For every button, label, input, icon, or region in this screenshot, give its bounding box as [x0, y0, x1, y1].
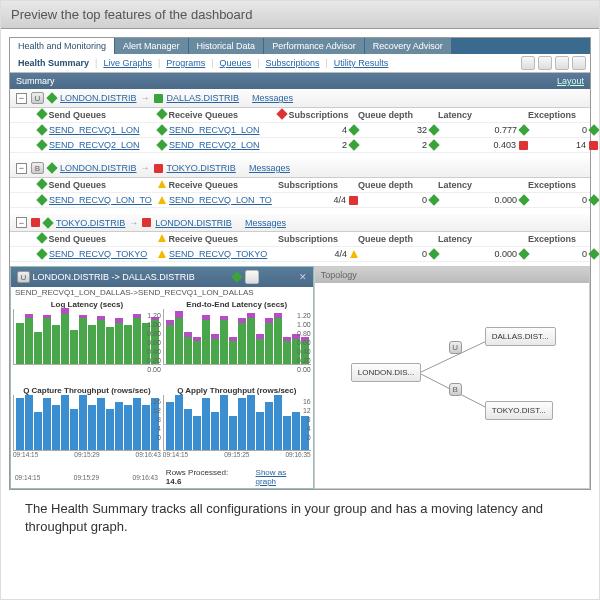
group-header[interactable]: − U LONDON.DISTRIB → DALLAS.DISTRIB Mess… [10, 89, 590, 108]
exc-value: 0 [582, 195, 587, 205]
recv-queue-link[interactable]: SEND_RECVQ_LON_TO [169, 195, 272, 205]
group-source-link[interactable]: TOKYO.DISTRIB [56, 218, 125, 228]
chart-title: End-to-End Latency (secs) [163, 300, 311, 309]
tab-recovery-advisor[interactable]: Recovery Advisor [365, 38, 452, 54]
status-square-icon [154, 164, 163, 173]
collapse-icon[interactable]: − [16, 163, 27, 174]
send-queue-link[interactable]: SEND_RECVQ_TOKYO [49, 249, 147, 259]
collapse-icon[interactable]: − [16, 93, 27, 104]
subtab-live-graphs[interactable]: Live Graphs [99, 58, 156, 68]
subs-value: 2 [342, 140, 347, 150]
topology-panel: Topology LONDON.DIS... DALLAS.DIST... TO… [314, 266, 590, 489]
chart: End-to-End Latency (secs) 1.201.000.800.… [163, 300, 311, 384]
table-row: SEND_RECVQ_TOKYO SEND_RECVQ_TOKYO 4/4 0 … [10, 247, 590, 262]
topology-node-london[interactable]: LONDON.DIS... [351, 363, 421, 382]
group-header[interactable]: − TOKYO.DISTRIB → LONDON.DISTRIB Message… [10, 214, 590, 232]
latency-value: 0.777 [494, 125, 517, 135]
main-tabs: Health and Monitoring Alert Manager Hist… [10, 38, 590, 54]
chart-tool-icon[interactable] [245, 270, 259, 284]
depth-value: 0 [422, 249, 427, 259]
group-dest-link[interactable]: LONDON.DISTRIB [155, 218, 232, 228]
status-icon [42, 217, 53, 228]
send-queue-link[interactable]: SEND_RECVQ_LON_TO [49, 195, 152, 205]
status-icon [276, 108, 287, 119]
subs-value: 4/4 [334, 249, 347, 259]
group-source-link[interactable]: LONDON.DISTRIB [60, 93, 137, 103]
latency-value: 0.403 [493, 140, 516, 150]
messages-link[interactable]: Messages [249, 163, 290, 173]
topology-badge-u[interactable]: U [449, 341, 462, 354]
tab-performance-advisor[interactable]: Performance Advisor [264, 38, 365, 54]
send-queue-link[interactable]: SEND_RECVQ2_LON [49, 140, 140, 150]
tab-historical-data[interactable]: Historical Data [189, 38, 265, 54]
recv-queue-link[interactable]: SEND_RECVQ2_LON [169, 140, 260, 150]
exc-value: 0 [582, 125, 587, 135]
panel-badge: U [17, 271, 30, 283]
status-square-icon [31, 218, 40, 227]
tab-alert-manager[interactable]: Alert Manager [115, 38, 189, 54]
group-source-link[interactable]: LONDON.DISTRIB [60, 163, 137, 173]
arrow-icon: → [141, 163, 150, 173]
chart: Q Capture Throughput (rows/sec) 1612840 … [13, 386, 161, 462]
summary-header: Summary Layout [10, 73, 590, 89]
status-square-icon [142, 218, 151, 227]
status-icon [156, 108, 167, 119]
sub-tabs: Health Summary | Live Graphs | Programs … [10, 54, 590, 73]
messages-link[interactable]: Messages [245, 218, 286, 228]
chart-bars [163, 395, 311, 451]
chart-bars [163, 309, 311, 365]
arrow-icon: → [141, 93, 150, 103]
subtab-programs[interactable]: Programs [162, 58, 209, 68]
table-row: SEND_RECVQ2_LON SEND_RECVQ2_LON 2 2 0.40… [10, 138, 590, 153]
layout-link[interactable]: Layout [557, 76, 584, 86]
groups-container: − U LONDON.DISTRIB → DALLAS.DISTRIB Mess… [10, 89, 590, 262]
close-icon[interactable]: ✕ [296, 272, 307, 282]
columns-header: Send Queues Receive QueuesSubscriptionsQ… [10, 232, 590, 247]
topology-canvas[interactable]: LONDON.DIS... DALLAS.DIST... TOKYO.DIST.… [315, 283, 589, 488]
status-icon [231, 271, 242, 282]
warning-icon [158, 180, 166, 188]
depth-value: 32 [417, 125, 427, 135]
charts-panel: U LONDON.DISTRIB -> DALLAS.DISTRIB ✕ SEN… [10, 266, 314, 489]
caption: The Health Summary tracks all configurat… [9, 490, 591, 546]
latency-value: 0.000 [494, 249, 517, 259]
recv-queue-link[interactable]: SEND_RECVQ_TOKYO [169, 249, 267, 259]
depth-value: 0 [422, 195, 427, 205]
recv-queue-link[interactable]: SEND_RECVQ1_LON [169, 125, 260, 135]
collapse-icon[interactable]: − [16, 217, 27, 228]
columns-header: Send Queues Receive QueuesSubscriptionsQ… [10, 178, 590, 193]
topology-node-tokyo[interactable]: TOKYO.DIST... [485, 401, 553, 420]
subtab-subscriptions[interactable]: Subscriptions [261, 58, 323, 68]
subtab-queues[interactable]: Queues [216, 58, 256, 68]
exc-value: 0 [582, 249, 587, 259]
refresh-icon[interactable] [521, 56, 535, 70]
export-icon[interactable] [538, 56, 552, 70]
group-badge: B [31, 162, 44, 174]
x-axis: 09:14:1509:15:2909:16:43 [15, 474, 158, 481]
topology-node-dallas[interactable]: DALLAS.DIST... [485, 327, 556, 346]
summary-title: Summary [16, 76, 55, 86]
status-icon [36, 178, 47, 189]
group-dest-link[interactable]: TOKYO.DISTRIB [167, 163, 236, 173]
chart-crumb: SEND_RECVQ1_LON_DALLAS->SEND_RECVQ1_LON_… [11, 287, 313, 298]
status-square-icon [154, 94, 163, 103]
send-queue-link[interactable]: SEND_RECVQ1_LON [49, 125, 140, 135]
group-header[interactable]: − B LONDON.DISTRIB → TOKYO.DISTRIB Messa… [10, 159, 590, 178]
latency-value: 0.000 [494, 195, 517, 205]
subs-value: 4/4 [333, 195, 346, 205]
group-dest-link[interactable]: DALLAS.DISTRIB [167, 93, 240, 103]
expand-icon[interactable] [555, 56, 569, 70]
settings-icon[interactable] [572, 56, 586, 70]
chart-title: Q Capture Throughput (rows/sec) [13, 386, 161, 395]
subtab-health-summary[interactable]: Health Summary [14, 58, 93, 68]
chart-title: Q Apply Throughput (rows/sec) [163, 386, 311, 395]
show-as-graph-link[interactable]: Show as graph [256, 468, 309, 486]
topology-badge-b[interactable]: B [449, 383, 462, 396]
warning-icon [158, 234, 166, 242]
chart: Q Apply Throughput (rows/sec) 1612840 09… [163, 386, 311, 462]
subtab-utility-results[interactable]: Utility Results [330, 58, 393, 68]
messages-link[interactable]: Messages [252, 93, 293, 103]
tab-health-monitoring[interactable]: Health and Monitoring [10, 38, 115, 54]
arrow-icon: → [129, 218, 138, 228]
page-header: Preview the top features of the dashboar… [1, 1, 599, 29]
